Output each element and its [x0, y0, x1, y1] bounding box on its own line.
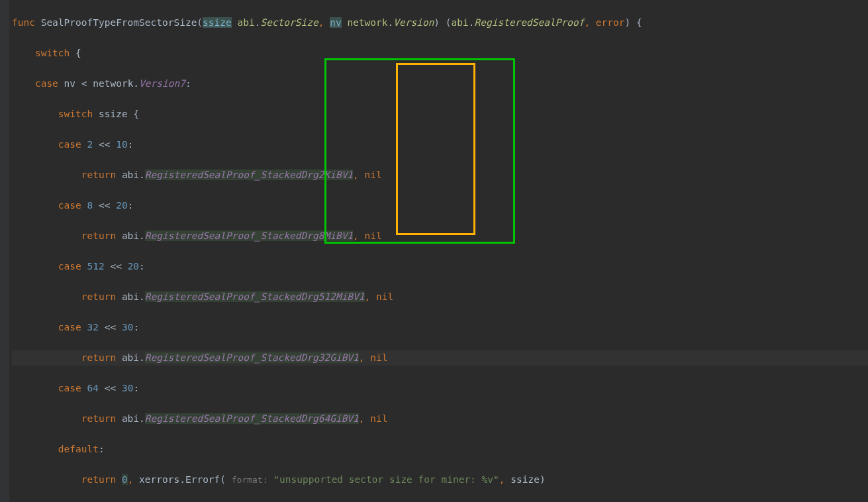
kw-case: case: [58, 139, 81, 150]
code-line[interactable]: case 8 << 20:: [12, 198, 868, 213]
param-ssize: ssize: [203, 17, 232, 28]
ret-type: RegisteredSealProof: [475, 17, 585, 28]
number: 64: [87, 383, 99, 393]
code-line[interactable]: return abi.RegisteredSealProof_StackedDr…: [12, 168, 868, 183]
const-v1: RegisteredSealProof_StackedDrg512MiBV1: [145, 291, 365, 302]
type-pkg: abi: [237, 17, 254, 28]
const-v1: RegisteredSealProof_StackedDrg2KiBV1: [145, 170, 353, 180]
kw-default: default: [58, 444, 99, 454]
code-line[interactable]: case 2 << 10:: [12, 137, 868, 152]
id-nv: nv: [64, 78, 75, 89]
kw-return: return: [81, 352, 116, 363]
kw-return: return: [81, 291, 116, 302]
const-v1: RegisteredSealProof_StackedDrg32GiBV1: [145, 352, 359, 363]
kw-return: return: [81, 474, 116, 485]
kw-case: case: [58, 322, 81, 332]
code-line[interactable]: return abi.RegisteredSealProof_StackedDr…: [12, 411, 868, 427]
code-line-highlighted[interactable]: return abi.RegisteredSealProof_StackedDr…: [12, 350, 868, 366]
code-line[interactable]: case nv < network.Version7:: [12, 76, 868, 91]
number: 20: [128, 261, 139, 272]
kw-nil: nil: [365, 170, 382, 180]
kw-nil: nil: [370, 413, 387, 424]
const-v1: RegisteredSealProof_StackedDrg64GiBV1: [145, 413, 359, 424]
code-line[interactable]: func SealProofTypeFromSectorSize(ssize a…: [12, 15, 868, 30]
number: 2: [87, 139, 93, 150]
type-name: Version: [393, 17, 434, 28]
id-ssize: ssize: [510, 474, 540, 485]
kw-case: case: [58, 200, 81, 211]
number: 8: [87, 200, 93, 211]
id-abi: abi: [122, 413, 139, 424]
id-xerrors: xerrors: [139, 474, 179, 485]
number: 512: [87, 261, 105, 272]
id-errorf: Errorf: [185, 474, 220, 485]
kw-switch: switch: [35, 48, 70, 58]
op-lt: <: [81, 78, 87, 89]
type-pkg: network: [347, 17, 387, 28]
code-editor[interactable]: func SealProofTypeFromSectorSize(ssize a…: [0, 0, 868, 502]
op-shl: <<: [99, 139, 110, 150]
code-line[interactable]: return abi.RegisteredSealProof_StackedDr…: [12, 228, 868, 244]
kw-switch: switch: [58, 109, 93, 119]
number: 20: [116, 200, 127, 211]
code-line[interactable]: case 32 << 30:: [12, 320, 868, 335]
kw-return: return: [81, 413, 116, 424]
id-abi: abi: [122, 170, 139, 180]
op-shl: <<: [105, 322, 116, 332]
param-hint: format:: [232, 475, 268, 485]
code-line[interactable]: default:: [12, 442, 868, 457]
number: 30: [122, 383, 133, 393]
op-shl: <<: [99, 200, 110, 211]
kw-case: case: [35, 78, 58, 89]
code-line[interactable]: switch ssize {: [12, 107, 868, 122]
number: 32: [87, 322, 99, 332]
kw-nil: nil: [370, 352, 387, 363]
code-line[interactable]: return 0, xerrors.Errorf( format: "unsup…: [12, 472, 868, 487]
id-abi: abi: [122, 291, 139, 302]
kw-case: case: [58, 261, 81, 272]
code-line[interactable]: return abi.RegisteredSealProof_StackedDr…: [12, 289, 868, 305]
zero: 0: [122, 474, 128, 485]
kw-nil: nil: [365, 230, 382, 241]
id-abi: abi: [122, 230, 139, 241]
id-ssize: ssize: [99, 109, 128, 119]
kw-nil: nil: [376, 291, 393, 302]
kw-return: return: [81, 230, 116, 241]
code-line[interactable]: case 512 << 20:: [12, 259, 868, 274]
kw-case: case: [58, 383, 81, 393]
number: 30: [122, 322, 133, 332]
op-shl: <<: [105, 383, 116, 393]
param-nv: nv: [330, 17, 341, 28]
kw-return: return: [81, 170, 116, 180]
kw-func: func: [12, 17, 35, 28]
const-version7: Version7: [139, 78, 185, 89]
type-name: SectorSize: [260, 17, 318, 28]
func-name: SealProofTypeFromSectorSize: [41, 17, 197, 28]
ret-pkg: abi: [452, 17, 469, 28]
code-line[interactable]: case 64 << 30:: [12, 381, 868, 396]
id-network: network: [93, 78, 133, 89]
id-abi: abi: [122, 352, 139, 363]
code-line[interactable]: switch {: [12, 46, 868, 61]
string-literal: "unsupported sector size for miner: %v": [273, 474, 499, 485]
gutter: [0, 0, 9, 502]
const-v1: RegisteredSealProof_StackedDrg8MiBV1: [145, 230, 353, 241]
ret-error: error: [596, 17, 625, 28]
number: 10: [116, 139, 127, 150]
op-shl: <<: [110, 261, 121, 272]
